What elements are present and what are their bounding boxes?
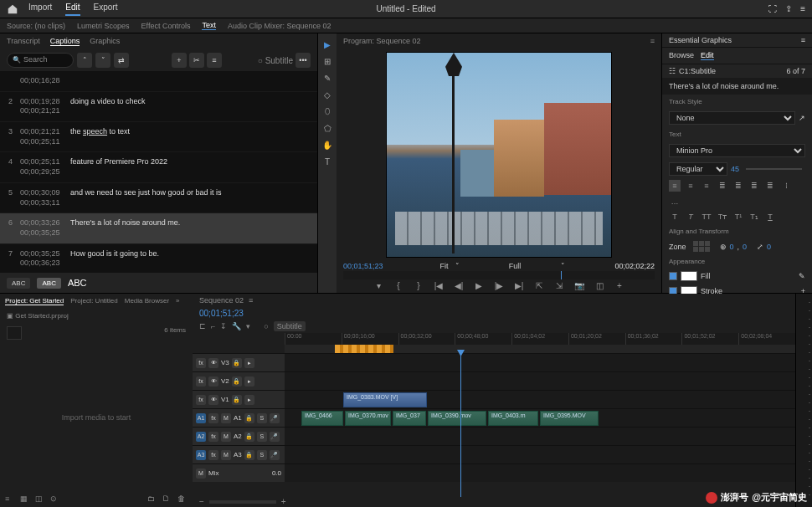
font-size-slider[interactable] bbox=[746, 168, 802, 170]
track-content[interactable]: IMG_0383.MOV [V] bbox=[285, 391, 795, 408]
tab-graphics[interactable]: Graphics bbox=[90, 37, 120, 46]
vertical-type-tool-icon[interactable]: ⊞ bbox=[321, 55, 333, 67]
maximize-icon[interactable]: ⛶ bbox=[768, 4, 777, 13]
kerning-icon[interactable]: ⁞ bbox=[780, 180, 792, 192]
pen-tool-icon[interactable]: ✎ bbox=[321, 72, 333, 84]
tab-project-untitled[interactable]: Project: Untitled bbox=[70, 297, 117, 305]
layer-name[interactable]: C1:Subtitle bbox=[679, 67, 716, 75]
smallcaps-icon[interactable]: Tᴛ bbox=[717, 211, 728, 223]
scale[interactable]: 0 bbox=[767, 243, 771, 251]
style-add-icon[interactable]: ↗ bbox=[799, 114, 805, 122]
clip[interactable]: IMG_0395.MOV bbox=[540, 411, 599, 426]
tab-export[interactable]: Export bbox=[94, 3, 118, 16]
fit-dropdown[interactable]: Fit bbox=[440, 262, 449, 270]
settings-tl-icon[interactable]: ▾ bbox=[246, 322, 250, 330]
tl-zoom-in-icon[interactable]: + bbox=[281, 497, 286, 507]
justify-last-center-icon[interactable]: ≣ bbox=[732, 180, 744, 192]
icon-view-icon[interactable]: ▦ bbox=[20, 494, 30, 504]
share-icon[interactable]: ⇪ bbox=[785, 4, 792, 13]
marker-track[interactable] bbox=[285, 345, 795, 353]
fill-checkbox[interactable] bbox=[669, 272, 677, 280]
prev-caption-button[interactable]: ˄ bbox=[77, 53, 92, 68]
caption-search-input[interactable]: Search bbox=[7, 53, 74, 68]
project-search[interactable] bbox=[7, 326, 22, 340]
tab-audio-mixer[interactable]: Audio Clip Mixer: Sequence 02 bbox=[228, 22, 331, 30]
pos-x[interactable]: 0 bbox=[730, 243, 734, 251]
next-caption-button[interactable]: ˅ bbox=[95, 53, 110, 68]
justify-last-right-icon[interactable]: ≣ bbox=[748, 180, 760, 192]
tab-text[interactable]: Text bbox=[202, 21, 216, 30]
program-tc-in[interactable]: 00;01;51;23 bbox=[343, 262, 383, 270]
tl-zoom-out-icon[interactable]: − bbox=[199, 497, 204, 507]
justify-last-left-icon[interactable]: ≣ bbox=[717, 180, 728, 192]
track-header[interactable]: A3fxMA3🔒S🎤 bbox=[193, 446, 285, 463]
step-forward-icon[interactable]: |▶ bbox=[493, 280, 505, 292]
track-header[interactable]: A1fxMA1🔒S🎤 bbox=[193, 409, 285, 427]
program-scrubber[interactable] bbox=[343, 271, 655, 279]
justify-all-icon[interactable]: ≣ bbox=[764, 180, 776, 192]
program-menu-icon[interactable]: ≡ bbox=[650, 37, 655, 45]
tab-import[interactable]: Import bbox=[28, 3, 52, 16]
rectangle-tool-icon[interactable]: ◇ bbox=[321, 89, 333, 100]
zoom-slider-icon[interactable]: ⊙ bbox=[50, 494, 60, 504]
polygon-tool-icon[interactable]: ⬠ bbox=[321, 122, 333, 134]
panel-overflow-icon[interactable]: » bbox=[176, 297, 179, 305]
tab-media-browser[interactable]: Media Browser bbox=[125, 297, 169, 305]
track-content[interactable]: IMG_0466IMG_0370.mov [V]IMG_037IMG_0390.… bbox=[285, 409, 795, 427]
track-content[interactable] bbox=[285, 428, 795, 445]
program-viewer[interactable] bbox=[337, 49, 661, 261]
merge-caption-button[interactable]: ≡ bbox=[207, 53, 222, 68]
step-back-icon[interactable]: ◀| bbox=[453, 280, 465, 292]
track-header[interactable]: fx👁V1🔒▸ bbox=[193, 391, 285, 408]
sequence-name[interactable]: Sequence 02 bbox=[199, 296, 244, 305]
caption-row[interactable]: 200;00;19;2800;00;21;21doing a video to … bbox=[0, 92, 317, 122]
align-left-icon[interactable]: ≡ bbox=[669, 180, 681, 192]
menu-icon[interactable]: ≡ bbox=[800, 4, 805, 13]
track-header[interactable]: fx👁V2🔒▸ bbox=[193, 372, 285, 390]
caption-text-display[interactable]: There's a lot of noise around me. bbox=[669, 82, 779, 90]
track-content[interactable] bbox=[285, 446, 795, 463]
align-center-icon[interactable]: ≡ bbox=[685, 180, 696, 192]
ellipse-tool-icon[interactable]: ⬯ bbox=[321, 105, 333, 117]
eg-tab-browse[interactable]: Browse bbox=[669, 51, 694, 60]
new-item-icon[interactable]: 🗋 bbox=[162, 494, 172, 504]
abc-small-button[interactable]: ABC bbox=[7, 278, 30, 289]
project-empty-message[interactable]: Import media to start bbox=[0, 343, 193, 492]
mark-in-icon[interactable]: { bbox=[393, 280, 404, 292]
track-content[interactable] bbox=[285, 354, 795, 371]
linked-selection-icon[interactable]: ⌐ bbox=[211, 322, 215, 330]
selection-tool-icon[interactable]: ▶ bbox=[321, 38, 333, 50]
tab-project-getstarted[interactable]: Project: Get Started bbox=[5, 297, 64, 305]
eg-tab-edit[interactable]: Edit bbox=[701, 51, 714, 60]
fill-swatch[interactable] bbox=[681, 271, 697, 281]
full-dropdown[interactable]: Full bbox=[509, 262, 522, 270]
caption-row[interactable]: 400;00;25;1100;00;29;25feature of Premie… bbox=[0, 152, 317, 182]
lift-icon[interactable]: ⇱ bbox=[533, 280, 545, 292]
track-header[interactable]: fx👁V3🔒▸ bbox=[193, 354, 285, 371]
comparison-icon[interactable]: ◫ bbox=[594, 280, 605, 292]
snap-icon[interactable]: ⊏ bbox=[199, 322, 206, 330]
font-size-input[interactable]: 45 bbox=[731, 165, 739, 173]
track-header[interactable]: MMix0.0 bbox=[193, 464, 285, 482]
caption-row[interactable]: 300;00;21;2100;00;25;11the speech to tex… bbox=[0, 122, 317, 152]
bin-icon[interactable]: ▣ bbox=[7, 312, 13, 320]
caption-row[interactable]: 500;00;30;0900;00;33;11and we need to se… bbox=[0, 183, 317, 213]
time-ruler[interactable]: 00:0000;00;16;0000;00;32;0000;00;48;0000… bbox=[285, 333, 795, 345]
tab-source[interactable]: Source: (no clips) bbox=[7, 22, 65, 30]
clip[interactable]: IMG_0383.MOV [V] bbox=[343, 392, 427, 407]
font-select[interactable]: Minion Pro bbox=[669, 144, 805, 157]
abc-large-button[interactable]: ABC bbox=[68, 278, 87, 288]
track-header[interactable]: A2fxMA2🔒S🎤 bbox=[193, 428, 285, 445]
track-style-select[interactable]: None bbox=[669, 111, 795, 125]
abc-med-button[interactable]: ABC bbox=[37, 278, 60, 289]
type-tool-icon[interactable]: T bbox=[321, 156, 333, 167]
home-icon[interactable] bbox=[7, 3, 18, 15]
eg-menu-icon[interactable]: ≡ bbox=[801, 36, 805, 44]
faux-italic-icon[interactable]: T bbox=[685, 211, 696, 223]
go-to-in-icon[interactable]: |◀ bbox=[433, 280, 445, 292]
allcaps-icon[interactable]: TT bbox=[701, 211, 712, 223]
list-view-icon[interactable]: ≡ bbox=[5, 494, 15, 504]
wrench-icon[interactable]: 🔧 bbox=[232, 322, 241, 330]
caption-layer-icon[interactable]: ☷ bbox=[669, 67, 676, 75]
caption-row[interactable]: 700;00;35;2500;00;36;23How good is it go… bbox=[0, 244, 317, 273]
